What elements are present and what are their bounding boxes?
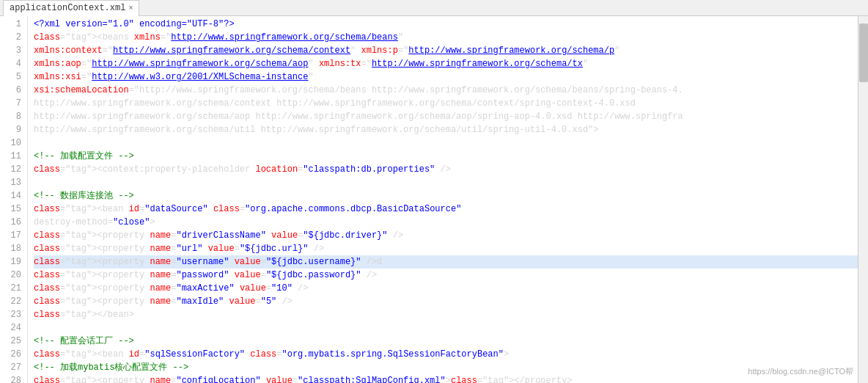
line-number: 21 (6, 282, 21, 295)
line-number: 26 (6, 348, 21, 361)
code-text: <!-- 配置会话工厂 --> (34, 335, 134, 348)
code-line: class="tag"></bean> (34, 308, 858, 321)
code-text: class="tag"><property name="url" value="… (34, 242, 324, 255)
line-number: 4 (6, 57, 21, 70)
line-number: 27 (6, 361, 21, 374)
code-text: class="tag"><beans xmlns="http://www.spr… (34, 31, 403, 44)
code-line: class="tag"><property name="username" va… (34, 255, 858, 269)
line-number: 2 (6, 31, 21, 44)
line-numbers: 1234567891011121314151617181920212223242… (0, 16, 28, 383)
code-text: class="tag"><property name="username" va… (34, 255, 382, 269)
code-text: class="tag"><property name="maxActive" v… (34, 282, 309, 295)
editor-container: applicationContext.xml × 123456789101112… (0, 0, 868, 383)
code-line: <!-- 加载mybatis核心配置文件 --> (34, 361, 858, 374)
line-number: 14 (6, 189, 21, 203)
code-text: http://www.springframework.org/schema/ao… (34, 110, 683, 123)
code-line: class="tag"><bean id="dataSource" class=… (34, 203, 858, 216)
code-area: 1234567891011121314151617181920212223242… (0, 16, 868, 383)
code-line: <!-- 数据库连接池 --> (34, 189, 858, 203)
code-line: xmlns:aop="http://www.springframework.or… (34, 57, 858, 70)
line-number: 23 (6, 308, 21, 321)
line-number: 10 (6, 136, 21, 150)
line-number: 19 (6, 255, 21, 269)
line-number: 11 (6, 150, 21, 163)
tab-close-button[interactable]: × (128, 4, 133, 12)
line-number: 5 (6, 70, 21, 84)
line-number: 28 (6, 374, 21, 383)
code-text: xmlns:xsi="http://www.w3.org/2001/XMLSch… (34, 70, 314, 84)
code-line: class="tag"><property name="maxActive" v… (34, 282, 858, 295)
line-number: 7 (6, 97, 21, 110)
code-line: <?xml version="1.0" encoding="UTF-8"?> (34, 18, 858, 31)
line-number: 3 (6, 44, 21, 57)
scrollbar[interactable] (858, 16, 868, 383)
code-line: <!-- 加载配置文件 --> (34, 150, 858, 163)
code-line: http://www.springframework.org/schema/ao… (34, 110, 858, 123)
line-number: 6 (6, 84, 21, 97)
code-text: xsi:schemaLocation="http://www.springfra… (34, 84, 683, 97)
code-line: http://www.springframework.org/schema/co… (34, 97, 858, 110)
code-line: xsi:schemaLocation="http://www.springfra… (34, 84, 858, 97)
line-number: 12 (6, 163, 21, 176)
code-line: http://www.springframework.org/schema/ut… (34, 123, 858, 136)
code-line: class="tag"><property name="maxIdle" val… (34, 295, 858, 308)
code-text: class="tag"><context:property-placeholde… (34, 163, 451, 176)
code-text: http://www.springframework.org/schema/ut… (34, 123, 599, 136)
line-number: 1 (6, 18, 21, 31)
code-text: class="tag"><property name="driverClassN… (34, 229, 403, 242)
code-text: class="tag"><property name="maxIdle" val… (34, 295, 293, 308)
line-number: 15 (6, 203, 21, 216)
code-line (34, 321, 858, 335)
code-text: xmlns:context="http://www.springframewor… (34, 44, 619, 57)
code-line: class="tag"><bean id="sqlSessionFactory"… (34, 348, 858, 361)
code-line: class="tag"><property name="configLocati… (34, 374, 858, 383)
code-line: class="tag"><property name="url" value="… (34, 242, 858, 255)
code-line: destroy-method="close"> (34, 216, 858, 229)
code-text: <?xml version="1.0" encoding="UTF-8"?> (34, 18, 235, 31)
code-text: class="tag"></bean> (34, 308, 134, 321)
code-line: class="tag"><context:property-placeholde… (34, 163, 858, 176)
tab-label: applicationContext.xml (10, 3, 125, 13)
code-text: http://www.springframework.org/schema/co… (34, 97, 636, 110)
code-text: class="tag"><bean id="sqlSessionFactory"… (34, 348, 509, 361)
code-text: destroy-method="close"> (34, 216, 155, 229)
line-number: 9 (6, 123, 21, 136)
code-text: <!-- 加载mybatis核心配置文件 --> (34, 361, 188, 374)
code-line: xmlns:context="http://www.springframewor… (34, 44, 858, 57)
editor-tab[interactable]: applicationContext.xml × (3, 0, 139, 16)
line-number: 13 (6, 176, 21, 189)
code-line: class="tag"><beans xmlns="http://www.spr… (34, 31, 858, 44)
code-line (34, 176, 858, 189)
line-number: 22 (6, 295, 21, 308)
code-text: class="tag"><property name="password" va… (34, 269, 377, 282)
watermark: https://blog.csdn.ne@ICTO帮 (748, 366, 853, 377)
line-number: 16 (6, 216, 21, 229)
code-line: xmlns:xsi="http://www.w3.org/2001/XMLSch… (34, 70, 858, 84)
line-number: 25 (6, 335, 21, 348)
code-text: class="tag"><property name="configLocati… (34, 374, 573, 383)
code-text: <!-- 加载配置文件 --> (34, 150, 134, 163)
tab-bar: applicationContext.xml × (0, 0, 868, 16)
code-text: <!-- 数据库连接池 --> (34, 189, 134, 203)
code-text: xmlns:aop="http://www.springframework.or… (34, 57, 588, 70)
line-number: 8 (6, 110, 21, 123)
line-number: 24 (6, 321, 21, 335)
line-number: 18 (6, 242, 21, 255)
code-line (34, 136, 858, 150)
line-number: 20 (6, 269, 21, 282)
code-line: class="tag"><property name="driverClassN… (34, 229, 858, 242)
code-content[interactable]: <?xml version="1.0" encoding="UTF-8"?>cl… (28, 16, 858, 383)
code-text: class="tag"><bean id="dataSource" class=… (34, 203, 461, 216)
scrollbar-thumb[interactable] (859, 23, 868, 82)
code-line: class="tag"><property name="password" va… (34, 269, 858, 282)
line-number: 17 (6, 229, 21, 242)
code-line: <!-- 配置会话工厂 --> (34, 335, 858, 348)
